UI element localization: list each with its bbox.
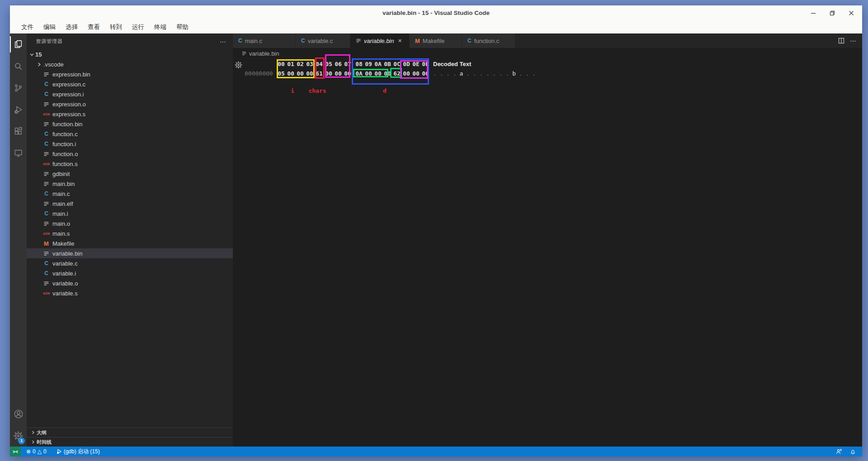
tree-item-label: main.bin bbox=[52, 181, 75, 187]
activitybar-item-manage-gear[interactable]: 1 bbox=[10, 425, 27, 447]
tree-item-expression.i[interactable]: Cexpression.i bbox=[27, 89, 233, 99]
maximize-icon[interactable] bbox=[826, 7, 839, 19]
tree-item-main.c[interactable]: Cmain.c bbox=[27, 189, 233, 199]
hex-byte-cell[interactable]: 00 bbox=[324, 70, 333, 77]
decoded-char[interactable]: . bbox=[524, 70, 530, 77]
breadcrumb[interactable]: variable.bin bbox=[233, 48, 862, 59]
decoded-char[interactable]: . bbox=[439, 70, 444, 77]
menu-item-运行[interactable]: 运行 bbox=[127, 21, 149, 33]
decoded-char[interactable]: . bbox=[432, 70, 438, 77]
menu-item-选择[interactable]: 选择 bbox=[61, 21, 83, 33]
tab-main.c[interactable]: Cmain.c bbox=[233, 33, 296, 48]
decoded-char[interactable]: . bbox=[452, 70, 458, 77]
hex-byte-cell[interactable]: 62 bbox=[392, 70, 401, 77]
problems-status[interactable]: ⊗ 0 △ 0 bbox=[24, 447, 49, 456]
tab-Makefile[interactable]: MMakefile bbox=[410, 33, 462, 48]
menu-item-帮助[interactable]: 帮助 bbox=[171, 21, 193, 33]
debug-status[interactable]: (gdb) 启动 (15) bbox=[54, 447, 103, 456]
activitybar-item-extensions[interactable] bbox=[10, 120, 27, 142]
hex-byte-cell[interactable]: 00 bbox=[411, 70, 420, 77]
menu-item-文件[interactable]: 文件 bbox=[16, 21, 38, 33]
hex-byte-cell[interactable]: 00 bbox=[373, 70, 382, 77]
tree-item-variable.c[interactable]: Cvariable.c bbox=[27, 258, 233, 268]
more-actions-icon[interactable]: ⋯ bbox=[850, 37, 857, 44]
tree-item-variable.i[interactable]: Cvariable.i bbox=[27, 268, 233, 278]
outline-section[interactable]: 大纲 bbox=[27, 428, 233, 437]
tree-item-.vscode[interactable]: .vscode bbox=[27, 59, 233, 69]
tab-variable.bin[interactable]: variable.bin× bbox=[350, 33, 410, 48]
tree-root-folder[interactable]: 15 bbox=[27, 49, 233, 59]
tree-item-function.bin[interactable]: function.bin bbox=[27, 119, 233, 129]
tree-item-expression.c[interactable]: Cexpression.c bbox=[27, 79, 233, 89]
tree-item-Makefile[interactable]: MMakefile bbox=[27, 238, 233, 248]
tab-variable.c[interactable]: Cvariable.c bbox=[296, 33, 350, 48]
decoded-char[interactable]: . bbox=[531, 70, 537, 77]
tree-item-main.bin[interactable]: main.bin bbox=[27, 179, 233, 189]
decoded-char[interactable]: . bbox=[491, 70, 497, 77]
decoded-char[interactable]: . bbox=[472, 70, 477, 77]
more-actions-icon[interactable]: ⋯ bbox=[218, 38, 228, 45]
hex-byte-cell[interactable]: 00 bbox=[364, 70, 373, 77]
hex-byte-cell[interactable]: 00 bbox=[296, 70, 305, 77]
tree-item-main.o[interactable]: main.o bbox=[27, 219, 233, 228]
activitybar-item-run-debug[interactable] bbox=[10, 99, 27, 120]
decoded-char[interactable]: . bbox=[518, 70, 524, 77]
tree-item-variable.o[interactable]: variable.o bbox=[27, 278, 233, 288]
decoded-char[interactable]: b bbox=[511, 70, 517, 77]
tree-item-expression.o[interactable]: expression.o bbox=[27, 99, 233, 109]
hex-byte-cell[interactable]: 00 bbox=[343, 70, 352, 77]
hex-byte-cell[interactable]: 00 bbox=[383, 70, 392, 77]
decoded-char[interactable]: . bbox=[465, 70, 471, 77]
tree-item-function.i[interactable]: Cfunction.i bbox=[27, 139, 233, 149]
activitybar-item-search[interactable] bbox=[10, 55, 27, 77]
hex-byte-cell[interactable]: 0A bbox=[354, 70, 363, 77]
hex-byte-cell[interactable]: 00 bbox=[286, 70, 295, 77]
tree-item-main.i[interactable]: Cmain.i bbox=[27, 209, 233, 219]
activitybar-item-explorer[interactable] bbox=[10, 33, 27, 55]
tree-item-function.c[interactable]: Cfunction.c bbox=[27, 129, 233, 139]
menu-item-终端[interactable]: 终端 bbox=[149, 21, 171, 33]
timeline-section[interactable]: 时间线 bbox=[27, 437, 233, 447]
tree-item-main.s[interactable]: ASMmain.s bbox=[27, 228, 233, 238]
hex-byte-cell[interactable]: 61 bbox=[315, 70, 324, 77]
remote-indicator-icon[interactable]: >< bbox=[10, 447, 21, 456]
menu-item-转到[interactable]: 转到 bbox=[105, 21, 127, 33]
hex-column-header: 00 bbox=[277, 61, 286, 67]
tree-item-function.o[interactable]: function.o bbox=[27, 149, 233, 159]
activitybar-item-account[interactable] bbox=[10, 403, 27, 425]
settings-gear-icon[interactable] bbox=[235, 61, 242, 69]
binary-file-icon bbox=[42, 221, 50, 227]
decoded-char[interactable]: . bbox=[445, 70, 451, 77]
decoded-char[interactable]: . bbox=[478, 70, 484, 77]
menu-item-编辑[interactable]: 编辑 bbox=[38, 21, 61, 33]
binary-file-icon bbox=[42, 101, 50, 107]
tree-item-function.s[interactable]: ASMfunction.s bbox=[27, 159, 233, 169]
hex-byte-cell[interactable]: 00 bbox=[421, 70, 430, 77]
tree-item-expression.bin[interactable]: expression.bin bbox=[27, 69, 233, 79]
tree-item-expression.s[interactable]: ASMexpression.s bbox=[27, 109, 233, 119]
activitybar-item-source-control[interactable] bbox=[10, 77, 27, 99]
hex-byte-cell[interactable]: 00 bbox=[305, 70, 314, 77]
minimize-icon[interactable] bbox=[807, 7, 820, 19]
errors-count: 0 bbox=[33, 448, 36, 455]
hex-byte-cell[interactable]: 00 bbox=[402, 70, 411, 77]
tree-item-main.elf[interactable]: main.elf bbox=[27, 199, 233, 209]
hex-byte-cell[interactable]: 05 bbox=[277, 70, 286, 77]
decoded-char[interactable]: a bbox=[458, 70, 464, 77]
split-editor-icon[interactable] bbox=[838, 38, 844, 44]
activitybar-item-remote-explorer[interactable] bbox=[10, 142, 27, 164]
decoded-char[interactable]: . bbox=[498, 70, 504, 77]
decoded-char[interactable]: . bbox=[505, 70, 510, 77]
bell-icon[interactable] bbox=[847, 447, 859, 456]
tree-item-variable.s[interactable]: ASMvariable.s bbox=[27, 288, 233, 298]
feedback-icon[interactable] bbox=[833, 447, 844, 456]
tree-item-variable.bin[interactable]: variable.bin bbox=[27, 248, 233, 258]
decoded-char[interactable]: . bbox=[485, 70, 491, 77]
tab-function.c[interactable]: Cfunction.c bbox=[462, 33, 515, 48]
close-icon[interactable]: × bbox=[398, 38, 402, 44]
close-icon[interactable] bbox=[845, 7, 858, 19]
hex-byte-cell[interactable]: 00 bbox=[334, 70, 343, 77]
menu-item-查看[interactable]: 查看 bbox=[83, 21, 105, 33]
explorer-icon bbox=[14, 39, 24, 49]
tree-item-gdbinit[interactable]: gdbinit bbox=[27, 169, 233, 179]
